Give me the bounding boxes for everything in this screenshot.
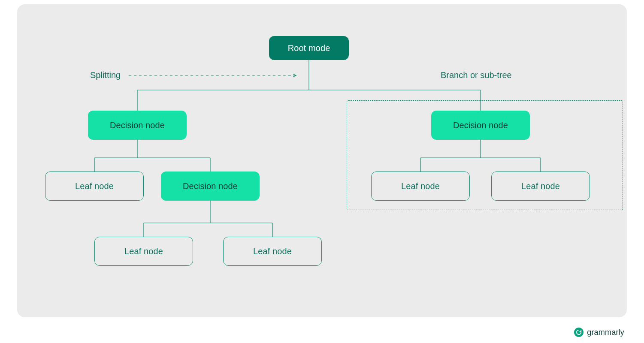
left-decision-node: Decision node <box>88 111 187 140</box>
sub-leaf-1: Leaf node <box>94 237 193 266</box>
diagram-canvas: Root mode Splitting Branch or sub-tree D… <box>17 4 627 317</box>
branch-label: Branch or sub-tree <box>441 70 512 80</box>
splitting-label: Splitting <box>90 70 121 80</box>
left-sub-decision-node: Decision node <box>161 172 260 201</box>
node-label: Decision node <box>183 181 238 191</box>
right-decision-node: Decision node <box>431 111 530 140</box>
brand-footer: grammarly <box>574 328 624 337</box>
left-leaf-1: Leaf node <box>45 172 144 201</box>
sub-leaf-2: Leaf node <box>223 237 322 266</box>
right-leaf-1: Leaf node <box>371 172 470 201</box>
node-label: Decision node <box>453 120 508 130</box>
brand-name: grammarly <box>587 328 624 337</box>
node-label: Leaf node <box>75 181 114 191</box>
node-label: Decision node <box>110 120 165 130</box>
node-label: Leaf node <box>253 247 292 256</box>
node-label: Leaf node <box>521 181 560 191</box>
root-node-label: Root mode <box>288 43 330 53</box>
root-node: Root mode <box>269 36 349 60</box>
right-leaf-2: Leaf node <box>491 172 590 201</box>
node-label: Leaf node <box>401 181 440 191</box>
node-label: Leaf node <box>124 247 163 256</box>
grammarly-logo-icon <box>574 328 584 337</box>
